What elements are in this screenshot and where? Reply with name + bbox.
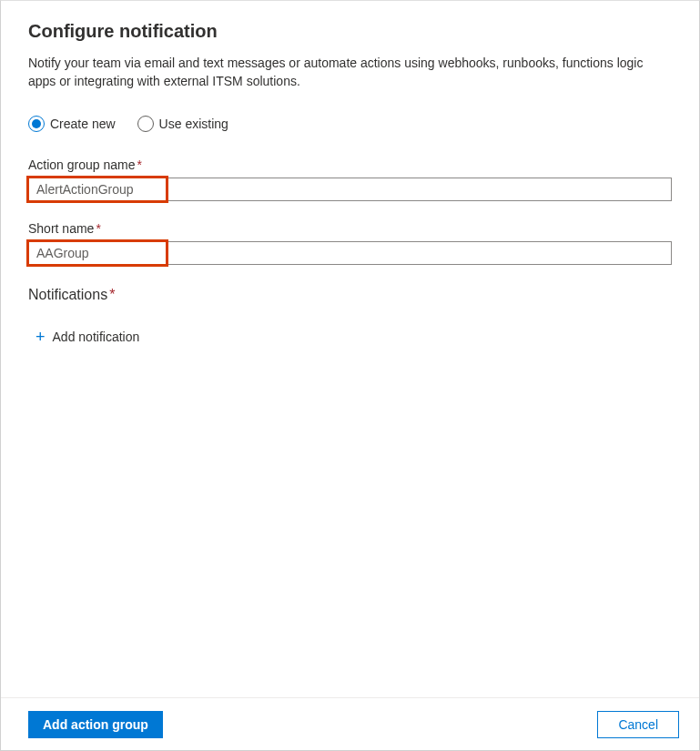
- radio-create-new[interactable]: Create new: [28, 116, 116, 132]
- add-notification-label: Add notification: [53, 330, 140, 344]
- add-action-group-button[interactable]: Add action group: [28, 711, 163, 738]
- page-description: Notify your team via email and text mess…: [28, 55, 672, 90]
- notifications-header: Notifications*: [28, 287, 672, 303]
- required-marker: *: [137, 157, 142, 172]
- footer-bar: Add action group Cancel: [1, 697, 699, 750]
- radio-create-new-label: Create new: [50, 117, 116, 131]
- action-group-name-field: Action group name*: [28, 157, 672, 201]
- radio-unselected-icon: [137, 116, 154, 132]
- radio-selected-icon: [28, 116, 45, 132]
- radio-use-existing-label: Use existing: [159, 117, 228, 131]
- plus-icon: +: [36, 329, 46, 345]
- page-title: Configure notification: [28, 21, 672, 42]
- radio-use-existing[interactable]: Use existing: [137, 116, 228, 132]
- action-group-name-input[interactable]: [28, 178, 672, 201]
- short-name-input[interactable]: [28, 241, 672, 265]
- short-name-label: Short name*: [28, 221, 672, 236]
- action-group-name-label: Action group name*: [28, 157, 672, 172]
- required-marker: *: [96, 221, 100, 236]
- required-marker: *: [109, 287, 115, 302]
- cancel-button[interactable]: Cancel: [597, 711, 679, 738]
- add-notification-link[interactable]: + Add notification: [28, 329, 672, 345]
- short-name-field: Short name*: [28, 221, 672, 265]
- mode-radio-group: Create new Use existing: [28, 116, 672, 132]
